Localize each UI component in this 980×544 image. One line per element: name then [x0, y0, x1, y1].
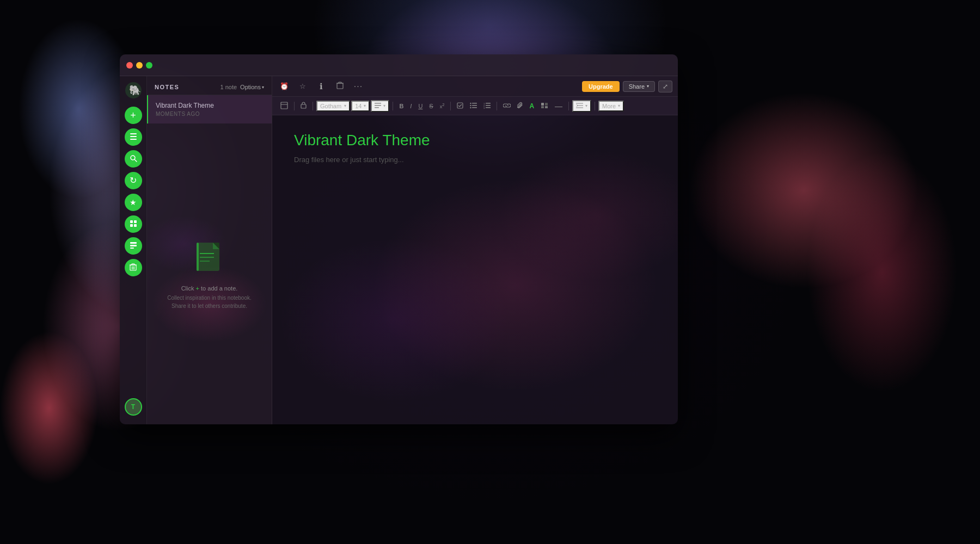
reminder-icon: ⏰ — [280, 82, 289, 90]
new-note-button[interactable]: + — [125, 107, 142, 124]
note-view-button[interactable] — [278, 100, 291, 112]
more-icon: ··· — [354, 82, 363, 91]
strikethrough-button[interactable]: S — [426, 100, 436, 112]
search-button[interactable] — [125, 150, 142, 168]
underline-button[interactable]: U — [415, 100, 425, 112]
options-button[interactable]: Options ▾ — [240, 84, 264, 90]
shortcuts-icon — [130, 220, 137, 228]
superscript-button[interactable]: x2 — [437, 100, 448, 112]
minimize-button[interactable] — [136, 62, 143, 69]
indent-dropdown[interactable]: ▾ — [572, 100, 591, 112]
svg-rect-29 — [337, 83, 343, 89]
empty-state-sub-text: Collect inspiration in this notebook. Sh… — [167, 294, 252, 310]
upgrade-button[interactable]: Upgrade — [582, 81, 620, 92]
format-divider-1 — [294, 102, 295, 110]
star-icon-toolbar: ☆ — [299, 82, 306, 90]
traffic-lights — [126, 62, 152, 69]
chevron-down-icon-size: ▾ — [364, 103, 366, 108]
highlight-icon: A — [529, 102, 534, 110]
highlight-button[interactable]: A — [526, 100, 537, 112]
font-dropdown[interactable]: Gotham ▾ — [316, 101, 350, 112]
paragraph-dropdown[interactable]: ▾ — [371, 100, 389, 112]
svg-rect-50 — [486, 105, 491, 106]
lock-button[interactable] — [298, 100, 309, 112]
notebooks-button[interactable] — [125, 128, 142, 146]
star-icon: ★ — [130, 199, 137, 206]
svg-rect-42 — [472, 103, 477, 104]
note-item-timestamp: MOMENTS AGO — [156, 111, 264, 117]
svg-point-45 — [470, 107, 471, 108]
trash-icon — [130, 263, 137, 272]
font-size-dropdown[interactable]: 14 ▾ — [351, 101, 370, 112]
svg-point-41 — [470, 102, 471, 103]
more-format-dropdown[interactable]: More ▾ — [598, 101, 624, 112]
chevron-down-icon-share: ▾ — [647, 84, 649, 89]
attachment-button[interactable] — [514, 100, 525, 112]
sync-button[interactable]: ↻ — [125, 172, 142, 189]
fullscreen-icon: ⤢ — [663, 83, 668, 90]
checkbox-icon — [457, 102, 463, 110]
chevron-down-icon-more: ▾ — [618, 103, 620, 108]
svg-point-43 — [470, 104, 471, 106]
plus-icon: + — [130, 110, 136, 120]
lock-icon — [301, 102, 307, 110]
reminder-button[interactable]: ⏰ — [278, 80, 291, 93]
options-label: Options — [240, 84, 261, 90]
svg-rect-54 — [545, 103, 548, 106]
link-button[interactable] — [500, 100, 513, 112]
format-toolbar: Gotham ▾ 14 ▾ — [272, 97, 678, 115]
editor-content[interactable]: Vibrant Dark Theme Drag files here or ju… — [272, 115, 678, 424]
close-button[interactable] — [126, 62, 133, 69]
app-body: 🐘 + — [120, 76, 678, 424]
svg-rect-28 — [197, 243, 199, 271]
info-button[interactable]: ℹ — [315, 80, 328, 93]
svg-rect-13 — [130, 248, 134, 249]
format-divider-4 — [450, 102, 451, 110]
svg-text:🐘: 🐘 — [129, 84, 142, 96]
notes-list-header: NOTES 1 note Options ▾ — [147, 76, 272, 95]
svg-rect-3 — [130, 136, 137, 137]
svg-rect-37 — [375, 103, 381, 104]
chevron-down-icon-indent: ▾ — [585, 103, 587, 108]
svg-rect-55 — [541, 106, 544, 108]
tags-button[interactable] — [125, 237, 142, 255]
toolbar-left: ⏰ ☆ ℹ — [278, 80, 580, 93]
font-size-label: 14 — [355, 103, 362, 109]
bold-button[interactable]: B — [396, 100, 406, 112]
chevron-down-icon-para: ▾ — [383, 103, 385, 108]
note-placeholder: Drag files here or just start typing... — [294, 156, 656, 164]
font-name-label: Gotham — [320, 103, 341, 109]
note-list-item[interactable]: Vibrant Dark Theme MOMENTS AGO — [147, 95, 272, 123]
bold-label: B — [399, 103, 403, 109]
numbered-list-button[interactable]: 1. 2. 3. — [481, 100, 493, 112]
bullet-list-button[interactable] — [467, 100, 480, 112]
empty-state-icon — [193, 238, 226, 279]
svg-text:3.: 3. — [483, 107, 485, 109]
delete-note-button[interactable] — [333, 80, 346, 93]
svg-rect-40 — [457, 103, 463, 108]
divider-line-button[interactable]: — — [552, 100, 565, 112]
color-picker-button[interactable] — [538, 100, 551, 112]
checkbox-button[interactable] — [454, 100, 466, 112]
more-options-button[interactable]: ··· — [352, 80, 365, 93]
svg-rect-46 — [472, 107, 477, 108]
svg-rect-52 — [486, 107, 491, 108]
trash-button[interactable] — [125, 259, 142, 276]
sync-icon: ↻ — [130, 176, 137, 185]
starred-button[interactable]: ★ — [125, 194, 142, 211]
user-avatar[interactable]: T — [125, 398, 142, 416]
fullscreen-button[interactable]: ⤢ — [658, 81, 672, 92]
maximize-button[interactable] — [146, 62, 152, 69]
share-button[interactable]: Share ▾ — [623, 81, 655, 92]
chevron-down-icon-font: ▾ — [344, 103, 346, 108]
shortcuts-button[interactable] — [125, 215, 142, 233]
empty-state-main-text: Click + to add a note. — [181, 285, 238, 292]
delete-icon — [336, 82, 344, 91]
search-icon — [130, 154, 137, 163]
evernote-logo[interactable]: 🐘 — [125, 82, 142, 99]
notes-empty-area: Click + to add a note. Collect inspirati… — [147, 123, 272, 424]
notes-panel-title: NOTES — [155, 84, 179, 90]
star-button[interactable]: ☆ — [296, 80, 309, 93]
format-divider-2 — [313, 102, 313, 110]
italic-button[interactable]: I — [407, 100, 414, 112]
